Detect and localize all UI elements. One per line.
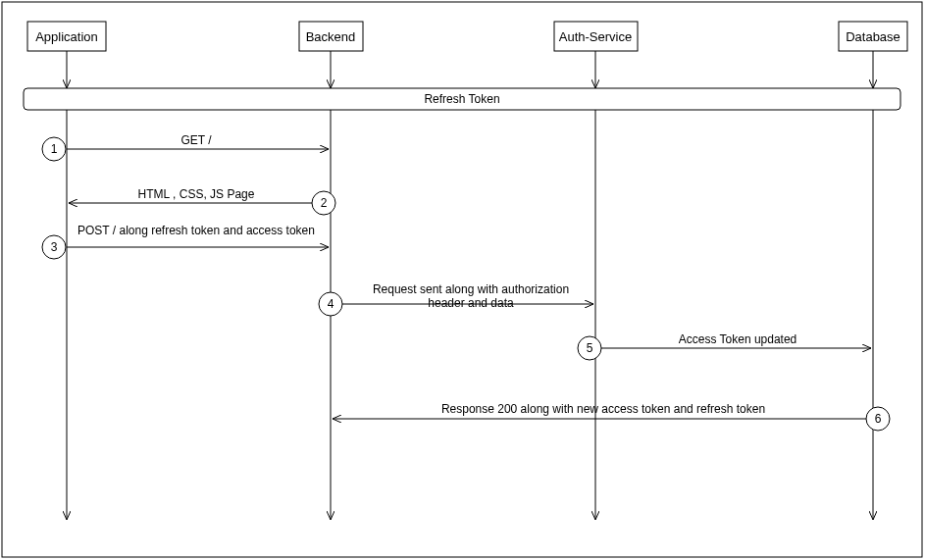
msg-html: HTML , CSS, JS Page xyxy=(138,187,255,201)
actor-application-label: Application xyxy=(35,29,98,44)
msg-token-updated: Access Token updated xyxy=(679,332,797,346)
actor-authservice-label: Auth-Service xyxy=(559,29,632,44)
step-5-label: 5 xyxy=(587,341,593,355)
step-3-label: 3 xyxy=(51,240,58,254)
msg-response: Response 200 along with new access token… xyxy=(441,402,765,416)
actor-backend-label: Backend xyxy=(306,29,356,44)
msg-get: GET / xyxy=(180,133,212,147)
frame-title: Refresh Token xyxy=(424,92,499,106)
step-6-label: 6 xyxy=(875,412,882,426)
step-1-label: 1 xyxy=(51,142,58,156)
msg-request-auth-a: Request sent along with authorization xyxy=(373,282,569,296)
msg-post: POST / along refresh token and access to… xyxy=(77,224,315,237)
step-4-label: 4 xyxy=(328,297,334,311)
actor-database-label: Database xyxy=(846,29,900,44)
step-2-label: 2 xyxy=(321,196,328,210)
diagram-frame xyxy=(2,2,922,557)
msg-request-auth-b: header and data xyxy=(428,296,514,310)
